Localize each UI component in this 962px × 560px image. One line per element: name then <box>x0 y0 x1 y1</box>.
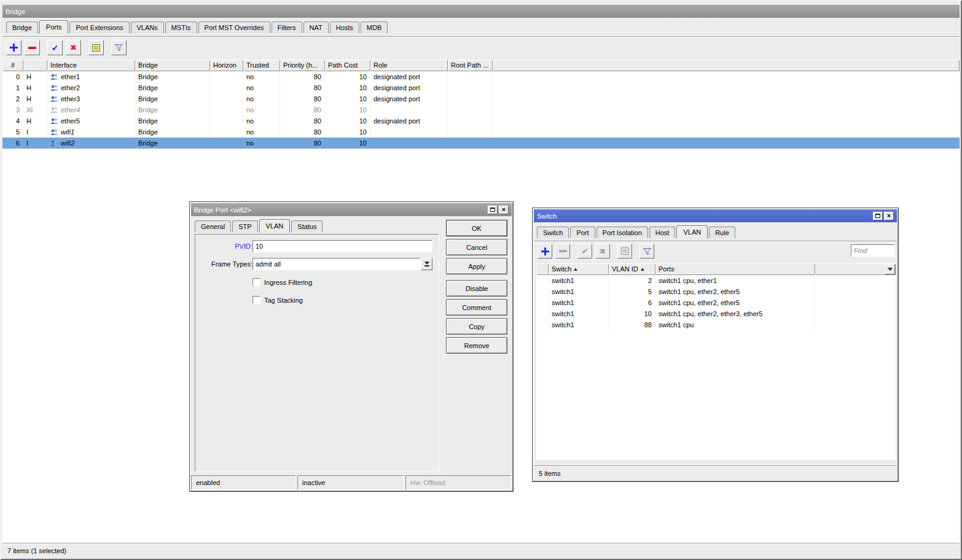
bridge-port-row-ether1[interactable]: 0Hether1Bridgeno8010designated port <box>2 71 960 82</box>
cell-bridge: Bridge <box>135 115 210 126</box>
cell-interface: wifi1 <box>47 126 135 138</box>
tab-switch[interactable]: Switch <box>537 227 569 238</box>
comment-vlan-button[interactable] <box>617 244 632 259</box>
close-button[interactable]: × <box>499 206 509 214</box>
interface-name: wifi1 <box>61 126 74 138</box>
tab-port-mst-overrides[interactable]: Port MST Overrides <box>198 21 270 33</box>
switch-vlan-row-2[interactable]: switch15switch1 cpu, ether2, ether5 <box>536 286 896 297</box>
comment-action-button[interactable]: Comment <box>446 299 507 316</box>
tab-mstis[interactable]: MSTIs <box>165 21 197 33</box>
comment-icon <box>92 44 100 52</box>
comment-button[interactable] <box>88 40 104 55</box>
ok-button[interactable]: OK <box>446 220 507 236</box>
switch-vlan-row-5[interactable]: switch188switch1 cpu <box>536 319 896 330</box>
pvid-input[interactable] <box>252 240 432 252</box>
switch-vlan-row-4[interactable]: switch110switch1 cpu, ether2, ether3, et… <box>536 308 896 319</box>
cell-filler <box>493 126 960 138</box>
tab-port[interactable]: Port <box>570 227 595 238</box>
cell-priority: 80 <box>280 126 325 138</box>
cell-bridge: Bridge <box>135 138 210 149</box>
remove-vlan-button[interactable] <box>555 244 570 259</box>
cell-number: 3 <box>2 104 23 115</box>
switch-close-button[interactable]: × <box>884 212 894 220</box>
tag-stacking-checkbox[interactable] <box>252 296 260 304</box>
bridge-port-row-ether3[interactable]: 2Hether3Bridgeno8010designated port <box>2 93 960 104</box>
tab-filters[interactable]: Filters <box>272 21 302 33</box>
bridge-toolbar: ✔ ✖ <box>6 40 130 55</box>
remove-button[interactable] <box>25 40 40 55</box>
frame-types-dropdown-button[interactable] <box>421 258 432 270</box>
dialog-titlebar[interactable]: Bridge Port <wifi2> × <box>191 203 512 216</box>
cell-gutter <box>536 297 549 308</box>
cancel-button[interactable]: Cancel <box>446 239 507 255</box>
tab-vlan-switch[interactable]: VLAN <box>676 225 708 239</box>
cell-interface: ether4 <box>47 104 135 115</box>
switch-vlan-row-1[interactable]: switch12switch1 cpu, ether1 <box>536 275 896 286</box>
add-button[interactable] <box>6 40 22 55</box>
dialog-title: Bridge Port <wifi2> <box>194 206 488 214</box>
col-vlan-id[interactable]: VLAN ID <box>609 263 655 275</box>
switch-vlan-row-3[interactable]: switch16switch1 cpu, ether2, ether5 <box>536 297 896 308</box>
filter-vlan-button[interactable] <box>639 244 654 259</box>
add-vlan-button[interactable] <box>538 244 552 259</box>
bridge-port-row-ether5[interactable]: 4Hether5Bridgeno8010designated port <box>2 115 960 126</box>
col-switch[interactable]: Switch <box>549 263 609 275</box>
maximize-button[interactable] <box>873 212 883 220</box>
disable-button[interactable]: ✖ <box>66 40 81 55</box>
col-priority[interactable]: Priority (h... <box>280 60 325 71</box>
column-picker-button[interactable] <box>885 264 895 274</box>
col-path-cost[interactable]: Path Cost <box>325 60 370 71</box>
tab-bridge[interactable]: Bridge <box>6 21 38 33</box>
col-flags[interactable] <box>23 60 47 71</box>
enable-vlan-button[interactable]: ✔ <box>577 244 592 259</box>
col-interface[interactable]: Interface <box>47 60 135 71</box>
tab-port-extensions[interactable]: Port Extensions <box>69 21 129 33</box>
tab-status[interactable]: Status <box>291 220 323 232</box>
bridge-port-row-wifi1[interactable]: 5Iwifi1Bridgeno8010 <box>2 126 960 138</box>
disable-vlan-button[interactable]: ✖ <box>595 244 610 259</box>
col-bridge[interactable]: Bridge <box>135 60 210 71</box>
enable-button[interactable]: ✔ <box>47 40 63 55</box>
bridge-port-row-wifi2[interactable]: 6Iwifi2Bridgeno8010 <box>2 138 960 149</box>
tab-vlans[interactable]: VLANs <box>131 21 164 33</box>
interface-name: ether5 <box>61 115 80 126</box>
minus-icon <box>28 47 36 49</box>
cell-trusted: no <box>243 138 280 149</box>
col-horizon[interactable]: Horizon <box>210 60 243 71</box>
bridge-titlebar[interactable]: Bridge <box>2 5 960 18</box>
tab-mdb[interactable]: MDB <box>361 21 388 33</box>
cell-role: designated port <box>370 82 448 93</box>
col-ports[interactable]: Ports <box>655 263 815 275</box>
switch-titlebar[interactable]: Switch × <box>534 209 897 222</box>
frame-types-input[interactable] <box>252 258 421 270</box>
tab-rule[interactable]: Rule <box>709 227 735 238</box>
tab-host[interactable]: Host <box>649 227 676 238</box>
tab-general[interactable]: General <box>195 220 231 232</box>
tab-hosts[interactable]: Hosts <box>330 21 359 33</box>
apply-button[interactable]: Apply <box>446 258 507 274</box>
col-root-path[interactable]: Root Path ... <box>448 60 493 71</box>
remove-button-dialog[interactable]: Remove <box>446 337 507 354</box>
filter-button[interactable] <box>111 40 127 55</box>
tab-stp[interactable]: STP <box>232 220 257 232</box>
col-role[interactable]: Role <box>370 60 448 71</box>
disable-action-button[interactable]: Disable <box>446 280 507 297</box>
cell-root-path <box>448 138 493 149</box>
cell-horizon <box>210 93 243 104</box>
tab-nat[interactable]: NAT <box>303 21 329 33</box>
cell-filler <box>493 71 960 82</box>
col-trusted[interactable]: Trusted <box>243 60 280 71</box>
tab-port-isolation[interactable]: Port Isolation <box>596 227 648 238</box>
find-input[interactable] <box>851 244 895 257</box>
bridge-port-row-ether4[interactable]: 3XIether4Bridgeno8010 <box>2 104 960 115</box>
tab-ports[interactable]: Ports <box>39 20 69 34</box>
restore-button[interactable] <box>488 206 498 214</box>
copy-button[interactable]: Copy <box>446 318 507 335</box>
bridge-port-row-ether2[interactable]: 1Hether2Bridgeno8010designated port <box>2 82 960 93</box>
col-number[interactable]: # <box>2 60 23 71</box>
cell-horizon <box>210 126 243 138</box>
ingress-filtering-checkbox[interactable] <box>252 278 260 286</box>
switch-tabstrip: Switch Port Port Isolation Host VLAN Rul… <box>537 225 737 238</box>
cell-role <box>370 104 448 115</box>
tab-vlan[interactable]: VLAN <box>259 219 291 233</box>
